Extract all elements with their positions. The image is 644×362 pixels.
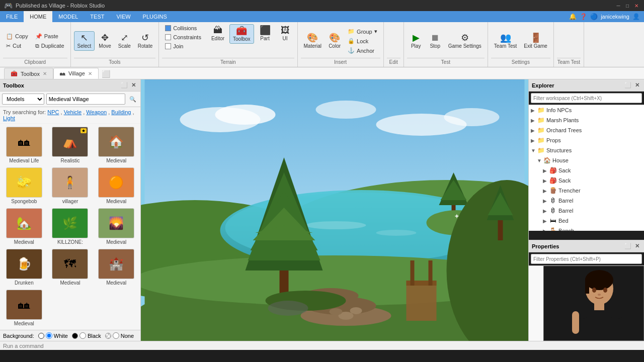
explorer-filter-input[interactable] [531,93,642,103]
list-item[interactable]: 🏰 Medieval [95,249,137,286]
select-button[interactable]: ↖ Select [74,31,95,51]
toggle-structures[interactable]: ▼ [531,148,537,153]
ribbon-tab-file[interactable]: FILE [0,11,24,22]
ribbon-tab-home[interactable]: HOME [24,11,52,22]
ribbon-tab-plugins[interactable]: PLUGINS [137,11,173,22]
explorer-tree[interactable]: ▶ 📁 Info NPCs ▶ 📁 Marsh Plants ▶ 📁 Orcha… [529,105,644,231]
toggle-marsh-plants[interactable]: ▶ [531,118,537,123]
toolbox-ribbon-button[interactable]: 🧰 Toolbox [229,24,254,44]
toggle-info-npcs[interactable]: ▶ [531,108,537,113]
expand-viewport-button[interactable]: ⬜ [102,70,110,78]
list-item[interactable]: 🏘 Medieval [3,290,45,326]
toggle-bench[interactable]: ▶ [543,228,549,231]
toggle-trencher[interactable]: ▶ [543,188,549,194]
background-none-option[interactable]: None [105,332,134,339]
tree-item-sack2[interactable]: ▶ 🎒 Sack [529,175,644,186]
tree-item-marsh-plants[interactable]: ▶ 📁 Marsh Plants [529,115,644,125]
background-black-option[interactable]: Black [72,332,101,339]
constraints-checkbox[interactable] [165,34,171,40]
material-button[interactable]: 🎨 Material [301,32,325,50]
toggle-barrel2[interactable]: ▶ [543,208,549,214]
game-settings-button[interactable]: ⚙ Game Settings [445,32,485,50]
ribbon-tab-view[interactable]: VIEW [110,11,136,22]
toolbox-tab-close[interactable]: ✕ [43,71,47,76]
exit-game-button[interactable]: 🚪 Exit Game [521,32,550,50]
ribbon-tab-model[interactable]: MODEL [52,11,84,22]
toggle-sack2[interactable]: ▶ [543,178,549,184]
toggle-props[interactable]: ▶ [531,138,537,143]
ui-button[interactable]: 🖼 UI [276,24,294,43]
constraints-toggle[interactable]: Constraints [162,33,204,41]
list-item[interactable]: 🧽 Spongebob [3,167,45,204]
list-item[interactable]: 🍺 Drunken [3,249,45,286]
background-white-option[interactable]: White [38,332,68,339]
list-item[interactable]: 🌿 KILLZONE: [49,208,92,245]
list-item[interactable]: 🏡 Medieval [3,208,45,245]
list-item[interactable]: ⛺ ★ Realistic [49,127,92,163]
maximize-button[interactable]: □ [624,2,631,9]
copy-button[interactable]: 📋 Copy [3,32,31,41]
team-test-button[interactable]: 👥 Team Test [491,32,520,50]
suggestion-npc[interactable]: NPC [47,109,59,115]
tree-item-barrel2[interactable]: ▶ 🛢 Barrel [529,206,644,216]
village-tab-close[interactable]: ✕ [88,71,92,76]
tree-item-bed[interactable]: ▶ 🛏 Bed [529,216,644,226]
tree-item-barrel1[interactable]: ▶ 🛢 Barrel [529,196,644,206]
color-button[interactable]: 🎨 Color [326,32,344,50]
list-item[interactable]: 🌄 Medieval [95,208,137,245]
toggle-sack1[interactable]: ▶ [543,168,549,173]
close-button[interactable]: ✕ [633,2,640,9]
editor-button[interactable]: 🏔 Editor [208,24,227,43]
suggestion-weapon[interactable]: Weapon [86,109,107,115]
collisions-toggle[interactable]: Collisions [162,24,204,32]
duplicate-button[interactable]: ⧉ Duplicate [32,42,67,50]
properties-close-button[interactable]: ✕ [633,242,641,250]
viewport[interactable]: ✦ [141,79,528,341]
part-button[interactable]: ⬛ Part [256,24,274,43]
command-input[interactable] [3,343,104,349]
village-tab[interactable]: 🏘 Village ✕ [53,68,99,79]
tree-item-info-npcs[interactable]: ▶ 📁 Info NPCs [529,105,644,115]
lock-button[interactable]: 🔒 Lock [345,37,380,45]
toggle-orchard-trees[interactable]: ▶ [531,128,537,133]
properties-filter-input[interactable] [531,254,642,264]
model-type-select[interactable]: Models Decals Audio Meshes Plugins [2,94,44,105]
ribbon-tab-test[interactable]: TEST [84,11,110,22]
toolbox-maximize-button[interactable]: ⬜ [120,81,128,89]
paste-button[interactable]: 📌 Paste [32,32,67,41]
title-bar-controls[interactable]: ─ □ ✕ [615,2,640,9]
minimize-button[interactable]: ─ [615,2,622,9]
play-button[interactable]: ▶ Play [407,32,425,50]
scale-button[interactable]: ⤢ Scale [115,32,134,50]
explorer-close-button[interactable]: ✕ [633,81,641,89]
suggestion-vehicle[interactable]: Vehicle [64,109,82,115]
toolbox-close-button[interactable]: ✕ [129,81,137,89]
tree-item-structures[interactable]: ▼ 📁 Structures [529,145,644,155]
rotate-button[interactable]: ↺ Rotate [135,32,155,50]
tree-item-props[interactable]: ▶ 📁 Props [529,135,644,145]
list-item[interactable]: 🗺 Medieval [49,249,92,286]
tree-item-sack1[interactable]: ▶ 🎒 Sack [529,165,644,175]
group-button[interactable]: 📁 Group ▾ [345,27,380,36]
join-checkbox[interactable] [165,43,171,49]
anchor-button[interactable]: ⚓ Anchor [345,46,380,55]
list-item[interactable]: 🟠 Medieval [95,167,137,204]
cut-button[interactable]: ✂ Cut [3,42,31,50]
join-toggle[interactable]: Join [162,42,204,50]
search-input[interactable] [46,94,125,105]
list-item[interactable]: 🏠 Medieval [95,127,137,163]
stop-button[interactable]: ⏹ Stop [426,32,444,50]
move-button[interactable]: ✥ Move [96,32,114,50]
collisions-checkbox[interactable] [165,25,171,31]
explorer-maximize-button[interactable]: ⬜ [624,81,632,89]
suggestion-light[interactable]: Light [3,115,15,121]
tree-item-bench[interactable]: ▶ 🪑 Bench [529,226,644,231]
list-item[interactable]: 🧍 villager [49,167,92,204]
toolbox-tab[interactable]: 🧰 Toolbox ✕ [4,68,53,79]
toggle-bed[interactable]: ▶ [543,218,549,224]
list-item[interactable]: 🏘 Medieval Life [3,127,45,163]
toggle-barrel1[interactable]: ▶ [543,198,549,204]
suggestion-building[interactable]: Building [111,109,131,115]
toggle-house[interactable]: ▼ [537,158,543,163]
tree-item-house[interactable]: ▼ 🏠 House [529,155,644,165]
